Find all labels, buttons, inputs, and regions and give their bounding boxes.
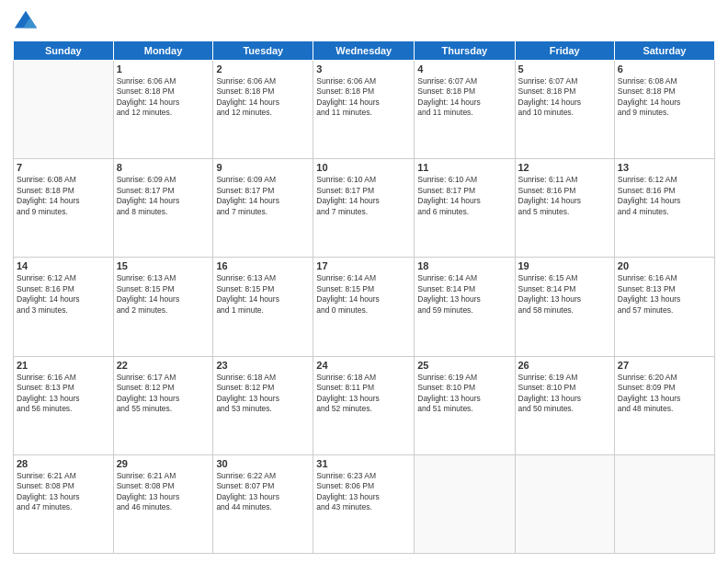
day-info: Sunrise: 6:21 AM Sunset: 8:08 PM Dayligh… [117, 471, 210, 513]
week-row-1: 7Sunrise: 6:08 AM Sunset: 8:18 PM Daylig… [14, 159, 715, 258]
calendar-body: 1Sunrise: 6:06 AM Sunset: 8:18 PM Daylig… [14, 61, 715, 554]
day-info: Sunrise: 6:22 AM Sunset: 8:07 PM Dayligh… [216, 471, 310, 513]
day-number: 15 [117, 260, 210, 271]
calendar-cell: 29Sunrise: 6:21 AM Sunset: 8:08 PM Dayli… [113, 454, 213, 553]
day-info: Sunrise: 6:09 AM Sunset: 8:17 PM Dayligh… [117, 175, 210, 217]
weekday-header-sunday: Sunday [14, 41, 114, 61]
day-number: 12 [518, 162, 611, 173]
calendar-cell: 5Sunrise: 6:07 AM Sunset: 8:18 PM Daylig… [515, 61, 614, 159]
week-row-0: 1Sunrise: 6:06 AM Sunset: 8:18 PM Daylig… [14, 61, 715, 159]
day-info: Sunrise: 6:13 AM Sunset: 8:15 PM Dayligh… [216, 273, 310, 316]
day-number: 17 [316, 260, 411, 271]
week-row-3: 21Sunrise: 6:16 AM Sunset: 8:13 PM Dayli… [14, 356, 715, 454]
weekday-header-tuesday: Tuesday [213, 41, 313, 61]
calendar-cell: 20Sunrise: 6:16 AM Sunset: 8:13 PM Dayli… [614, 258, 714, 356]
day-info: Sunrise: 6:14 AM Sunset: 8:15 PM Dayligh… [316, 273, 411, 316]
calendar-cell [415, 454, 515, 553]
day-number: 21 [17, 360, 110, 371]
logo [13, 9, 42, 35]
day-number: 1 [117, 63, 210, 75]
calendar-cell: 17Sunrise: 6:14 AM Sunset: 8:15 PM Dayli… [313, 258, 415, 356]
logo-icon [13, 9, 39, 35]
calendar-cell: 21Sunrise: 6:16 AM Sunset: 8:13 PM Dayli… [14, 356, 114, 454]
day-number: 16 [216, 260, 310, 271]
calendar-cell: 26Sunrise: 6:19 AM Sunset: 8:10 PM Dayli… [515, 356, 614, 454]
calendar-cell: 28Sunrise: 6:21 AM Sunset: 8:08 PM Dayli… [14, 454, 114, 553]
day-info: Sunrise: 6:16 AM Sunset: 8:13 PM Dayligh… [17, 373, 110, 415]
calendar-cell: 12Sunrise: 6:11 AM Sunset: 8:16 PM Dayli… [515, 159, 614, 258]
day-info: Sunrise: 6:19 AM Sunset: 8:10 PM Dayligh… [518, 373, 611, 415]
header [13, 9, 715, 35]
calendar-cell: 14Sunrise: 6:12 AM Sunset: 8:16 PM Dayli… [14, 258, 114, 356]
day-number: 31 [316, 458, 411, 469]
calendar-cell: 31Sunrise: 6:23 AM Sunset: 8:06 PM Dayli… [313, 454, 415, 553]
calendar-cell: 10Sunrise: 6:10 AM Sunset: 8:17 PM Dayli… [313, 159, 415, 258]
day-info: Sunrise: 6:12 AM Sunset: 8:16 PM Dayligh… [618, 175, 711, 217]
calendar-cell: 3Sunrise: 6:06 AM Sunset: 8:18 PM Daylig… [313, 61, 415, 159]
calendar-cell: 18Sunrise: 6:14 AM Sunset: 8:14 PM Dayli… [415, 258, 515, 356]
day-info: Sunrise: 6:06 AM Sunset: 8:18 PM Dayligh… [117, 76, 210, 119]
calendar-cell: 22Sunrise: 6:17 AM Sunset: 8:12 PM Dayli… [113, 356, 213, 454]
day-number: 19 [518, 260, 611, 271]
day-info: Sunrise: 6:13 AM Sunset: 8:15 PM Dayligh… [117, 273, 210, 316]
calendar-cell: 6Sunrise: 6:08 AM Sunset: 8:18 PM Daylig… [614, 61, 714, 159]
day-number: 13 [618, 162, 711, 173]
day-number: 8 [117, 162, 210, 173]
calendar-cell [515, 454, 614, 553]
day-info: Sunrise: 6:23 AM Sunset: 8:06 PM Dayligh… [316, 471, 411, 513]
week-row-4: 28Sunrise: 6:21 AM Sunset: 8:08 PM Dayli… [14, 454, 715, 553]
day-info: Sunrise: 6:14 AM Sunset: 8:14 PM Dayligh… [417, 273, 511, 316]
day-info: Sunrise: 6:07 AM Sunset: 8:18 PM Dayligh… [518, 76, 611, 119]
day-number: 6 [618, 63, 711, 75]
day-info: Sunrise: 6:09 AM Sunset: 8:17 PM Dayligh… [216, 175, 310, 217]
day-number: 26 [518, 360, 611, 371]
day-info: Sunrise: 6:20 AM Sunset: 8:09 PM Dayligh… [618, 373, 711, 415]
day-number: 28 [17, 458, 110, 469]
day-info: Sunrise: 6:19 AM Sunset: 8:10 PM Dayligh… [417, 373, 511, 415]
day-info: Sunrise: 6:06 AM Sunset: 8:18 PM Dayligh… [316, 76, 411, 119]
calendar-cell: 8Sunrise: 6:09 AM Sunset: 8:17 PM Daylig… [113, 159, 213, 258]
day-number: 14 [17, 260, 110, 271]
day-number: 27 [618, 360, 711, 371]
calendar: SundayMondayTuesdayWednesdayThursdayFrid… [13, 40, 715, 554]
calendar-cell: 13Sunrise: 6:12 AM Sunset: 8:16 PM Dayli… [614, 159, 714, 258]
day-info: Sunrise: 6:08 AM Sunset: 8:18 PM Dayligh… [17, 175, 110, 217]
day-info: Sunrise: 6:12 AM Sunset: 8:16 PM Dayligh… [17, 273, 110, 316]
calendar-cell: 4Sunrise: 6:07 AM Sunset: 8:18 PM Daylig… [415, 61, 515, 159]
calendar-cell: 7Sunrise: 6:08 AM Sunset: 8:18 PM Daylig… [14, 159, 114, 258]
day-number: 2 [216, 63, 310, 75]
day-number: 11 [417, 162, 511, 173]
calendar-cell: 30Sunrise: 6:22 AM Sunset: 8:07 PM Dayli… [213, 454, 313, 553]
calendar-cell: 11Sunrise: 6:10 AM Sunset: 8:17 PM Dayli… [415, 159, 515, 258]
day-info: Sunrise: 6:21 AM Sunset: 8:08 PM Dayligh… [17, 471, 110, 513]
calendar-cell: 9Sunrise: 6:09 AM Sunset: 8:17 PM Daylig… [213, 159, 313, 258]
day-number: 10 [316, 162, 411, 173]
day-info: Sunrise: 6:11 AM Sunset: 8:16 PM Dayligh… [518, 175, 611, 217]
calendar-cell: 2Sunrise: 6:06 AM Sunset: 8:18 PM Daylig… [213, 61, 313, 159]
day-number: 4 [417, 63, 511, 75]
day-info: Sunrise: 6:16 AM Sunset: 8:13 PM Dayligh… [618, 273, 711, 316]
day-number: 24 [316, 360, 411, 371]
day-info: Sunrise: 6:15 AM Sunset: 8:14 PM Dayligh… [518, 273, 611, 316]
day-number: 23 [216, 360, 310, 371]
day-info: Sunrise: 6:18 AM Sunset: 8:12 PM Dayligh… [216, 373, 310, 415]
day-number: 22 [117, 360, 210, 371]
weekday-header-row: SundayMondayTuesdayWednesdayThursdayFrid… [14, 41, 715, 61]
weekday-header-friday: Friday [515, 41, 614, 61]
calendar-cell: 19Sunrise: 6:15 AM Sunset: 8:14 PM Dayli… [515, 258, 614, 356]
day-info: Sunrise: 6:07 AM Sunset: 8:18 PM Dayligh… [417, 76, 511, 119]
day-info: Sunrise: 6:08 AM Sunset: 8:18 PM Dayligh… [618, 76, 711, 119]
day-number: 7 [17, 162, 110, 173]
weekday-header-saturday: Saturday [614, 41, 714, 61]
weekday-header-wednesday: Wednesday [313, 41, 415, 61]
calendar-cell: 23Sunrise: 6:18 AM Sunset: 8:12 PM Dayli… [213, 356, 313, 454]
weekday-header-monday: Monday [113, 41, 213, 61]
day-info: Sunrise: 6:18 AM Sunset: 8:11 PM Dayligh… [316, 373, 411, 415]
calendar-cell [14, 61, 114, 159]
day-number: 18 [417, 260, 511, 271]
day-number: 5 [518, 63, 611, 75]
calendar-cell: 27Sunrise: 6:20 AM Sunset: 8:09 PM Dayli… [614, 356, 714, 454]
day-number: 3 [316, 63, 411, 75]
day-number: 20 [618, 260, 711, 271]
week-row-2: 14Sunrise: 6:12 AM Sunset: 8:16 PM Dayli… [14, 258, 715, 356]
